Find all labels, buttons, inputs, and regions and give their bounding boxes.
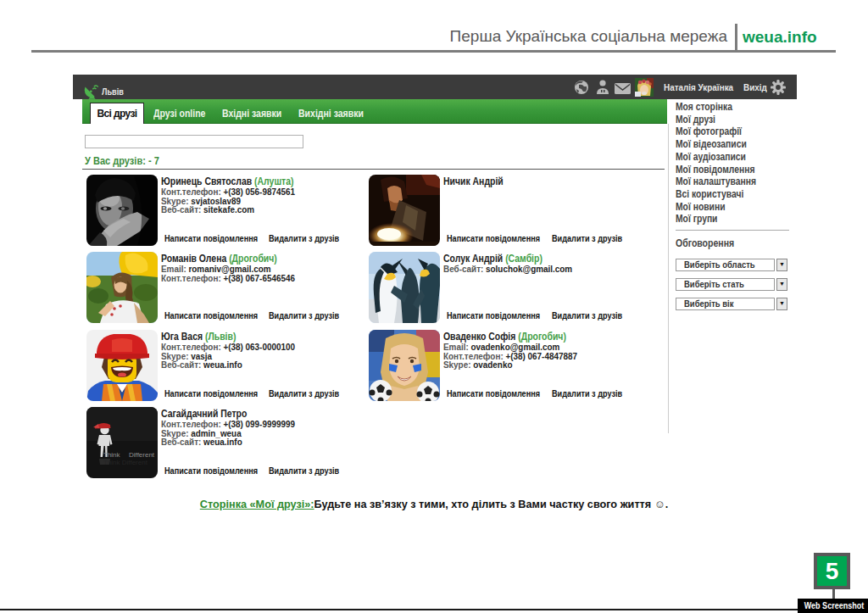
svg-text:Think: Think bbox=[103, 451, 121, 459]
svg-text:Different: Different bbox=[129, 451, 155, 459]
svg-text:Think Different: Think Different bbox=[103, 459, 148, 466]
